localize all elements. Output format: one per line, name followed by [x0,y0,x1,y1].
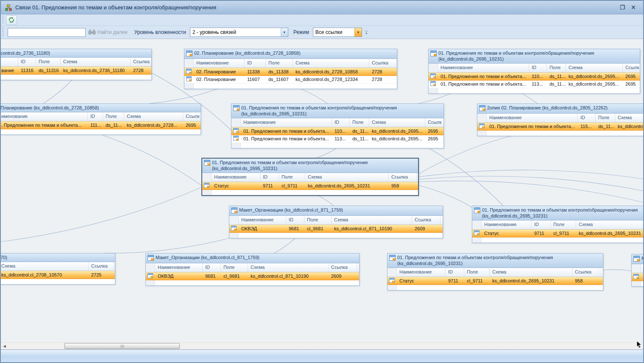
box-header[interactable]: control.ds_2736_11180) [1,49,151,58]
column-header[interactable]: Наименование [212,173,260,182]
column-header[interactable]: Поле [36,58,61,66]
table-row[interactable]: Статус9711cl_9711ks_ddlcontrol.ds_2695_1… [388,277,603,285]
entity-box-m[interactable]: М [631,254,643,287]
entity-box-h[interactable]: Макет_Организации (ks_ddlcontrol.cl_871_… [229,206,443,238]
table-row[interactable]: . Предложения по темам и объекта...111..… [1,121,201,129]
column-header[interactable]: Поле [221,263,248,272]
box-header[interactable]: М [632,254,643,264]
box-header[interactable]: 01. Предложения по темам и объектам конт… [231,104,443,118]
column-header[interactable]: Ссылк [183,112,201,121]
table-row[interactable]: Статус9711cl_9711ks_ddlcontrol.ds_2695_1… [202,182,418,190]
table-row[interactable]: Статус9711cl_9711ks_ddlcontrol.ds_2695_1… [472,229,643,237]
entity-box-c[interactable]: 01. Предложения по темам и объектам конт… [428,49,640,94]
column-header[interactable]: Поле [266,59,293,67]
column-header[interactable]: Ссылка [572,268,600,276]
column-header[interactable]: Поле [551,221,576,229]
column-header[interactable]: Ссылка [89,262,114,271]
column-header[interactable]: Ссылка [329,263,357,272]
column-header[interactable]: Схема [61,58,131,66]
column-header[interactable]: ID [203,263,221,272]
refresh-button[interactable] [6,15,17,25]
table-row[interactable]: 01. Предложения по темам и объекта...110… [429,73,640,81]
column-header[interactable]: именование [1,112,88,121]
column-header[interactable]: ID [88,112,103,121]
column-header[interactable]: Наименование [487,114,578,122]
diagram-canvas[interactable]: control.ds_2736_11180)IDПолеСхемаСсылкав… [1,39,643,342]
column-header[interactable]: Ссылк [425,118,444,127]
table-row[interactable]: 01. Предложения по темам и объекта...110… [231,127,443,135]
toolbar-grip-2[interactable] [2,27,5,37]
column-header[interactable]: Ссылка [412,216,440,224]
entity-box-i[interactable]: 01. Предложения по темам и объектам конт… [472,206,643,243]
entity-box-b[interactable]: 02. Планирование (ks_ddlcontrol.ds_2728_… [184,49,397,89]
box-header[interactable]: 2опия 02. Планирование (ks_ddlcontrol.ds… [477,104,643,114]
column-header[interactable]: Схема [576,221,643,229]
table-row[interactable]: 01. Предложения по темам и объекта...113… [429,81,640,88]
column-header[interactable]: ID [578,114,596,122]
horizontal-scrollbar[interactable]: ◀ ▶ [1,342,643,349]
mode-dropdown-button[interactable]: ▼ [354,28,362,36]
nesting-level-combobox[interactable]: 2 - уровень связей ▼ [190,28,288,37]
column-header[interactable]: ID [245,59,266,67]
table-row[interactable]: 01. Предложения по темам и объекта...113… [231,135,443,143]
entity-box-k[interactable]: Макет_Организации (ks_ddlcontrol.cl_871_… [145,253,360,286]
column-header[interactable]: ID [529,64,547,72]
table-row[interactable]: ОКВЭД9681cl_9681ks_ddlcontrol.cl_871_101… [229,225,443,233]
column-header[interactable]: Наименование [239,216,286,224]
column-header[interactable]: Наименование [397,268,446,276]
mode-combobox[interactable]: Все ссылки ▼ [313,28,362,37]
column-header[interactable]: Поле [464,268,490,276]
column-header[interactable]: Наименование [482,221,532,229]
table-row[interactable] [632,273,643,281]
column-header[interactable]: ID [532,221,551,229]
box-header[interactable]: 01. Предложения по темам и объектам конт… [472,206,643,221]
column-header[interactable] [1,58,18,66]
column-header[interactable]: Поле [547,64,566,72]
entity-box-f[interactable]: 2опия 02. Планирование (ks_ddlcontrol.ds… [477,103,643,136]
entity-box-l[interactable]: 01. Предложения по темам и объектам конт… [387,253,603,290]
column-header[interactable]: ID [332,118,350,127]
nesting-dropdown-button[interactable]: ▼ [281,28,288,36]
scroll-left-button[interactable]: ◀ [1,343,8,350]
column-header[interactable]: Наименование [155,263,203,272]
column-header[interactable]: Поле [596,114,615,122]
toolbar-grip[interactable] [2,16,5,25]
box-header[interactable]: Макет_Организации (ks_ddlcontrol.cl_871_… [229,206,443,216]
table-row[interactable]: 02. Планирование11607ds_11607ks_ddlcontr… [184,76,397,84]
column-header[interactable]: Поле [103,112,124,121]
column-header[interactable]: Ссылка [131,58,151,66]
box-header[interactable]: Планирование (ks_ddlcontrol.ds_2728_1085… [1,104,201,112]
find-next-button[interactable]: Найти далее [97,29,128,35]
box-header[interactable]: 01. Предложения по темам и объектам конт… [429,49,640,64]
table-row[interactable]: вание11316ds_11316ks_ddlcontrol.ds_2736_… [1,67,151,75]
column-header[interactable]: Ссылка [389,173,417,182]
column-header[interactable]: Поле [350,118,369,127]
close-button[interactable]: ✕ [628,3,639,12]
toolbar-overflow-button[interactable]: — ▾ [364,27,369,37]
column-header[interactable]: ID [286,216,304,224]
column-header[interactable]: Схема [615,114,643,122]
box-header[interactable]: 01. Предложения по темам и объектам конт… [388,254,603,268]
column-header[interactable] [641,264,643,273]
column-header[interactable]: Схема [248,263,329,272]
column-header[interactable]: Наименование [438,64,529,72]
entity-box-e[interactable]: 01. Предложения по темам и объектам конт… [231,103,444,148]
column-header[interactable]: ID [260,173,279,182]
column-header[interactable]: Наименование [194,59,245,67]
table-row[interactable]: 01. Предложения по темам и объекта...115… [477,123,643,131]
column-header[interactable]: Схема [490,268,572,276]
column-header[interactable]: Ссылка [369,59,397,67]
table-row[interactable]: ОКВЭД9681cl_9681ks_ddlcontrol.cl_871_101… [146,272,359,280]
box-header[interactable]: Макет_Организации (ks_ddlcontrol.cl_871_… [146,254,359,263]
table-row[interactable]: 02. Планирование11338ds_11338ks_ddlcontr… [184,68,397,76]
column-header[interactable]: Наименование [241,118,332,127]
column-header[interactable]: Схема [124,112,183,121]
entity-box-j[interactable]: 70)СхемаСсылкаks_ddlcontrol.cl_2708_1057… [1,253,115,285]
search-input[interactable] [8,28,86,37]
column-header[interactable]: Схема [1,262,89,271]
column-header[interactable]: Поле [304,216,332,224]
column-header[interactable]: Схема [566,64,623,72]
box-header[interactable]: 01. Предложения по темам и объектам конт… [202,159,418,173]
title-bar[interactable]: Связи 01. Предложения по темам и объекта… [1,1,643,14]
table-row[interactable]: ks_ddlcontrol.cl_2708_105702725 [1,271,115,279]
